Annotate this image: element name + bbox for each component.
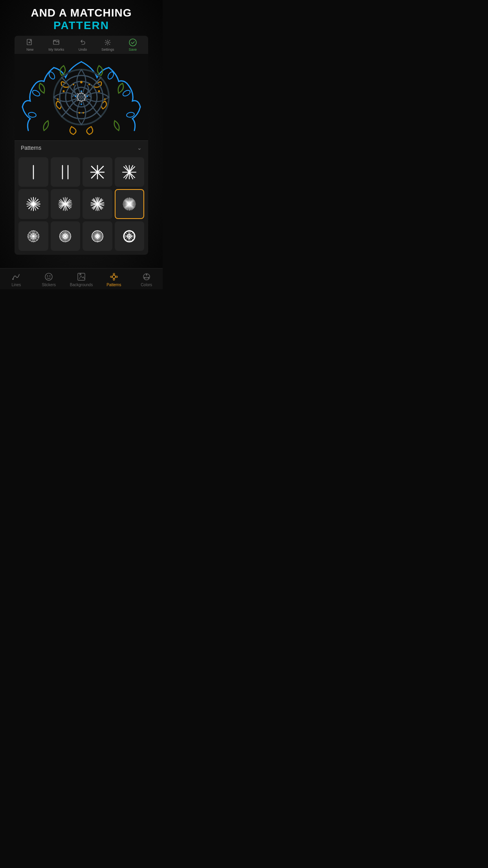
svg-point-3 (129, 39, 136, 46)
svg-point-2 (107, 41, 109, 43)
toolbar-settings[interactable]: Settings (101, 38, 114, 51)
svg-point-142 (12, 278, 14, 280)
chevron-down-icon[interactable]: ⌄ (137, 145, 142, 151)
patterns-header: Patterns ⌄ (15, 140, 148, 155)
new-icon (26, 38, 34, 47)
toolbar-my-works[interactable]: My Works (48, 38, 64, 51)
toolbar-new[interactable]: New (26, 38, 34, 51)
svg-point-144 (47, 276, 48, 277)
svg-point-16 (88, 84, 90, 85)
patterns-title: Patterns (21, 145, 41, 151)
toolbar: New My Works Undo (15, 36, 148, 54)
artwork-canvas (15, 54, 148, 140)
bottom-nav: Lines Stickers (0, 268, 163, 289)
nav-stickers-label: Stickers (42, 283, 56, 287)
my-works-icon (52, 38, 61, 47)
pattern-item-0[interactable] (18, 157, 48, 187)
svg-point-151 (113, 279, 115, 280)
settings-icon (103, 38, 112, 47)
nav-colors[interactable]: Colors (135, 272, 158, 287)
svg-point-20 (104, 98, 106, 100)
svg-point-21 (57, 98, 59, 100)
stickers-icon (44, 272, 54, 282)
pattern-item-6[interactable] (83, 189, 112, 219)
save-icon (128, 38, 137, 47)
pattern-item-11[interactable] (115, 221, 145, 251)
undo-label: Undo (79, 48, 87, 51)
nav-backgrounds-label: Backgrounds (70, 283, 93, 287)
toolbar-save[interactable]: Save (128, 38, 137, 51)
svg-point-22 (83, 112, 84, 114)
svg-point-145 (50, 276, 51, 277)
nav-lines-label: Lines (11, 283, 21, 287)
svg-point-27 (81, 103, 82, 105)
pattern-item-3[interactable] (115, 157, 145, 187)
nav-colors-label: Colors (141, 283, 152, 287)
svg-point-23 (79, 112, 80, 114)
svg-point-15 (80, 81, 83, 83)
pattern-item-9[interactable] (51, 221, 81, 251)
svg-point-150 (113, 273, 115, 275)
toolbar-undo[interactable]: Undo (79, 38, 87, 51)
svg-point-157 (144, 277, 145, 279)
canvas-container: New My Works Undo (15, 36, 148, 255)
pattern-item-4[interactable] (18, 189, 48, 219)
header-line1: AND A MATCHING (8, 7, 155, 19)
backgrounds-icon (76, 272, 86, 282)
page-wrapper: AND A MATCHING PATTERN New (0, 0, 163, 289)
pattern-item-2[interactable] (83, 157, 112, 187)
header-line2: PATTERN (8, 19, 155, 32)
undo-icon (79, 38, 87, 47)
patterns-icon (109, 272, 119, 282)
svg-point-19 (63, 90, 65, 92)
svg-point-156 (147, 277, 149, 279)
svg-point-158 (146, 277, 147, 278)
lines-icon (11, 272, 21, 282)
svg-point-17 (73, 84, 74, 85)
svg-point-143 (45, 273, 52, 280)
pattern-item-5[interactable] (51, 189, 81, 219)
bottom-panel: Patterns ⌄ (15, 140, 148, 255)
save-label: Save (129, 48, 137, 51)
nav-patterns-label: Patterns (106, 283, 121, 287)
svg-point-153 (116, 276, 117, 278)
new-label: New (26, 48, 33, 51)
svg-rect-1 (53, 40, 59, 44)
pattern-item-8[interactable] (18, 221, 48, 251)
settings-label: Settings (101, 48, 114, 51)
nav-stickers[interactable]: Stickers (37, 272, 61, 287)
nav-patterns[interactable]: Patterns (102, 272, 126, 287)
header-title: AND A MATCHING PATTERN (0, 0, 163, 36)
nav-backgrounds[interactable]: Backgrounds (70, 272, 93, 287)
svg-point-149 (112, 275, 116, 278)
colors-icon (141, 272, 152, 282)
nav-lines[interactable]: Lines (4, 272, 28, 287)
svg-point-18 (98, 90, 100, 92)
pattern-item-1[interactable] (51, 157, 81, 187)
pattern-grid (15, 155, 148, 255)
pattern-item-10[interactable] (83, 221, 112, 251)
my-works-label: My Works (48, 48, 64, 51)
svg-point-152 (110, 276, 112, 278)
svg-point-155 (146, 274, 147, 276)
pattern-item-7[interactable] (115, 189, 145, 219)
